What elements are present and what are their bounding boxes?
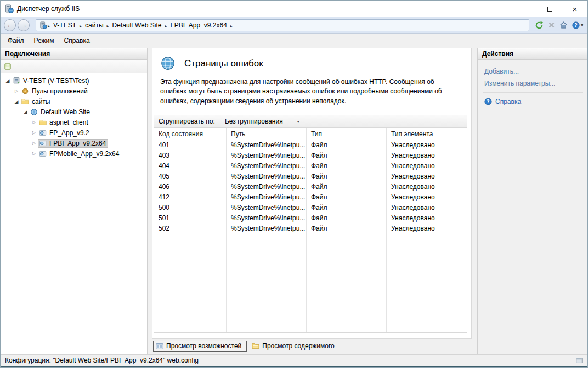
tab-label: Просмотр возможностей — [166, 342, 241, 350]
table-cell[interactable]: 403 — [154, 150, 226, 161]
minimize-button[interactable] — [512, 1, 537, 17]
collapse-icon[interactable]: ◢ — [13, 99, 20, 104]
tree-item-label: aspnet_client — [49, 119, 88, 126]
breadcrumb-item[interactable]: Default Web Site — [110, 21, 165, 29]
help-action[interactable]: ?Справка — [478, 96, 587, 108]
table-cell[interactable]: Файл — [307, 171, 386, 182]
table-cell[interactable]: %SystemDrive%\inetpu... — [227, 182, 306, 192]
breadcrumb[interactable]: ▸V-TEST▸сайты▸Default Web Site▸FPBI_App_… — [36, 19, 529, 31]
table-cell[interactable]: 500 — [154, 203, 226, 213]
expand-icon[interactable]: ▷ — [13, 88, 20, 93]
maximize-button[interactable] — [537, 1, 562, 17]
webapp-icon — [39, 129, 47, 137]
tab-features-view[interactable]: Просмотр возможностей — [153, 341, 247, 352]
table-cell[interactable]: %SystemDrive%\inetpu... — [227, 150, 306, 161]
group-by-value: Без группирования — [225, 118, 283, 125]
tree-item[interactable]: ◢V-TEST (V-TEST\Test) — [1, 75, 147, 86]
iis-app-icon — [5, 4, 14, 13]
column-header[interactable]: Тип элемента — [387, 128, 467, 140]
group-by-dropdown[interactable]: Без группирования ▾ — [220, 116, 304, 126]
table-cell[interactable]: Файл — [307, 224, 386, 234]
tree-item[interactable]: ◢сайты — [1, 96, 147, 107]
refresh-icon[interactable] — [535, 21, 544, 30]
table-column: Путь%SystemDrive%\inetpu...%SystemDrive%… — [227, 128, 307, 332]
table-cell[interactable]: Файл — [307, 203, 386, 213]
table-cell[interactable]: Файл — [307, 140, 386, 150]
table-cell[interactable]: Унаследовано — [387, 182, 467, 192]
menu-help[interactable]: Справка — [59, 35, 95, 47]
actions-panel: Действия Добавить...Изменить параметры..… — [477, 48, 587, 354]
tree-item-body[interactable]: FP_App_v9.2 — [38, 129, 92, 137]
tree-item[interactable]: ▷FP_App_v9.2 — [1, 127, 147, 138]
collapse-icon[interactable]: ◢ — [4, 78, 12, 83]
table-cell[interactable]: Файл — [307, 213, 386, 224]
tree-item-selected[interactable]: FPBI_App_v9.2x64 — [38, 139, 108, 148]
column-header[interactable]: Путь — [227, 128, 306, 140]
column-header[interactable]: Тип — [307, 128, 386, 140]
breadcrumb-item[interactable]: сайты — [82, 21, 106, 29]
action-link[interactable]: Добавить... — [478, 65, 587, 77]
table-cell[interactable]: Файл — [307, 192, 386, 203]
home-icon[interactable] — [559, 21, 568, 29]
stop-icon[interactable] — [548, 21, 555, 29]
tree-item[interactable]: ▷FPBI_App_v9.2x64 — [1, 138, 147, 148]
table-cell[interactable]: %SystemDrive%\inetpu... — [227, 171, 306, 182]
table-cell[interactable]: %SystemDrive%\inetpu... — [227, 192, 306, 203]
tree-item[interactable]: ▷aspnet_client — [1, 117, 147, 127]
table-cell[interactable]: 501 — [154, 213, 226, 224]
help-menu-button[interactable]: ? ▾ — [572, 21, 583, 29]
expand-icon[interactable]: ▷ — [30, 151, 38, 156]
expand-icon[interactable]: ▷ — [30, 130, 38, 135]
table-cell[interactable]: Файл — [307, 182, 386, 192]
menu-file[interactable]: Файл — [3, 35, 29, 47]
back-button[interactable]: ← — [4, 19, 16, 31]
table-cell[interactable]: Унаследовано — [387, 224, 467, 234]
table-cell[interactable]: 405 — [154, 171, 226, 182]
tree-item-body[interactable]: Default Web Site — [29, 108, 92, 116]
tree-item[interactable]: ▷FPMobile_App_v9.2x64 — [1, 148, 147, 159]
table-cell[interactable]: Файл — [307, 150, 386, 161]
table-cell[interactable]: %SystemDrive%\inetpu... — [227, 213, 306, 224]
table-cell[interactable]: 412 — [154, 192, 226, 203]
breadcrumb-items: ▸V-TEST▸сайты▸Default Web Site▸FPBI_App_… — [47, 21, 233, 29]
breadcrumb-item[interactable]: V-TEST — [50, 21, 79, 29]
tree-item-body[interactable]: сайты — [20, 97, 53, 106]
table-cell[interactable]: %SystemDrive%\inetpu... — [227, 203, 306, 213]
tree-item[interactable]: ▷Пулы приложений — [1, 86, 147, 96]
table-cell[interactable]: Унаследовано — [387, 150, 467, 161]
table-cell[interactable]: 404 — [154, 161, 226, 171]
tree-item-body[interactable]: FPMobile_App_v9.2x64 — [38, 149, 121, 158]
table-cell[interactable]: Унаследовано — [387, 140, 467, 150]
status-bar: Конфигурация: "Default Web Site/FPBI_App… — [1, 354, 587, 366]
svg-text:?: ? — [487, 99, 489, 104]
save-connection-icon[interactable] — [3, 62, 13, 71]
table-cell[interactable]: Файл — [307, 161, 386, 171]
table-cell[interactable]: Унаследовано — [387, 192, 467, 203]
table-cell[interactable]: Унаследовано — [387, 213, 467, 224]
table-cell[interactable]: %SystemDrive%\inetpu... — [227, 140, 306, 150]
expand-icon[interactable]: ▷ — [30, 120, 38, 125]
expand-icon[interactable]: ▷ — [30, 141, 38, 146]
table-cell[interactable]: %SystemDrive%\inetpu... — [227, 224, 306, 234]
tab-content-view[interactable]: Просмотр содержимого — [249, 341, 340, 352]
tree-item-body[interactable]: aspnet_client — [38, 118, 91, 127]
breadcrumb-item[interactable]: FPBI_App_v9.2x64 — [167, 21, 229, 29]
tree-item[interactable]: ◢Default Web Site — [1, 107, 147, 117]
breadcrumb-separator-icon: ▸ — [106, 24, 110, 29]
action-link[interactable]: Изменить параметры... — [478, 77, 587, 90]
table-cell[interactable]: Унаследовано — [387, 171, 467, 182]
collapse-icon[interactable]: ◢ — [21, 109, 29, 115]
table-cell[interactable]: Унаследовано — [387, 161, 467, 171]
table-cell[interactable]: 401 — [154, 140, 226, 150]
forward-button[interactable]: → — [18, 19, 30, 31]
tree-item-body[interactable]: Пулы приложений — [20, 87, 90, 96]
close-button[interactable]: × — [562, 1, 587, 17]
tree-item-body[interactable]: V-TEST (V-TEST\Test) — [12, 76, 91, 85]
table-cell[interactable]: Унаследовано — [387, 203, 467, 213]
table-cell[interactable]: %SystemDrive%\inetpu... — [227, 161, 306, 171]
action-label: Изменить параметры... — [484, 80, 555, 87]
table-cell[interactable]: 502 — [154, 224, 226, 234]
table-cell[interactable]: 406 — [154, 182, 226, 192]
menu-view[interactable]: Режим — [29, 35, 59, 47]
column-header[interactable]: Код состояния — [154, 128, 226, 140]
